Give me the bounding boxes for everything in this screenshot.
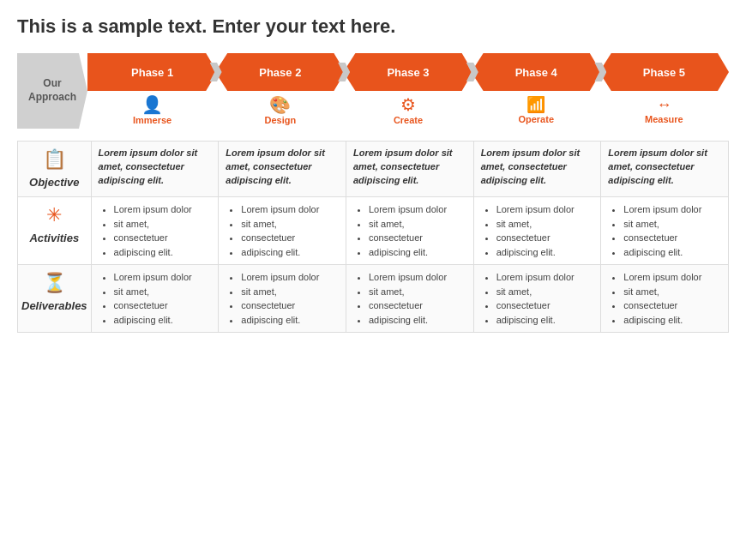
deliverables-cell-2: Lorem ipsum dolorsit amet,consectetuerad… xyxy=(219,265,346,333)
deliverables-icon: ⏳ xyxy=(21,272,87,294)
deliverables-cell-5: Lorem ipsum dolorsit amet,consectetuerad… xyxy=(601,265,729,333)
deliverables-cell-4: Lorem ipsum dolorsit amet,consectetuerad… xyxy=(473,265,601,333)
objective-cell-1: Lorem ipsum dolor sit amet, consectetuer… xyxy=(91,142,219,197)
objective-cell-4: Lorem ipsum dolor sit amet, consectetuer… xyxy=(473,142,601,197)
deliverables-label: Deliverables xyxy=(21,299,87,312)
activities-row: ✳ Activities Lorem ipsum dolorsit amet,c… xyxy=(18,197,729,265)
deliverables-header: ⏳ Deliverables xyxy=(18,265,92,333)
activities-header: ✳ Activities xyxy=(18,197,92,265)
activities-cell-2: Lorem ipsum dolorsit amet,consectetuerad… xyxy=(219,197,346,265)
activities-list-2: Lorem ipsum dolorsit amet,consectetuerad… xyxy=(226,202,339,259)
phase-2-sublabel: Design xyxy=(264,115,296,125)
deliverables-list-3: Lorem ipsum dolorsit amet,consectetuerad… xyxy=(353,270,466,327)
deliverables-cell-3: Lorem ipsum dolorsit amet,consectetuerad… xyxy=(346,265,473,333)
activities-label: Activities xyxy=(29,232,79,244)
approach-label: OurApproach xyxy=(17,53,87,129)
objective-row: 📋 Objective Lorem ipsum dolor sit amet, … xyxy=(18,142,729,197)
phase-5-sublabel: Measure xyxy=(645,114,683,124)
phase-3-sublabel: Create xyxy=(394,115,423,125)
deliverables-list-5: Lorem ipsum dolorsit amet,consectetuerad… xyxy=(608,270,721,327)
objective-cell-2: Lorem ipsum dolor sit amet, consectetuer… xyxy=(219,142,346,197)
objective-cell-5: Lorem ipsum dolor sit amet, consectetuer… xyxy=(601,142,729,197)
phase-5: Phase 5 ↔ Measure xyxy=(599,53,729,129)
phase-4-icon: 📶 xyxy=(526,95,545,114)
phase-4: Phase 4 📶 Operate xyxy=(472,53,601,129)
activities-list-1: Lorem ipsum dolorsit amet,consectetuerad… xyxy=(99,202,212,259)
content-table: 📋 Objective Lorem ipsum dolor sit amet, … xyxy=(17,141,729,333)
activities-cell-1: Lorem ipsum dolorsit amet,consectetuerad… xyxy=(91,197,219,265)
phase-3: Phase 3 ⚙ Create xyxy=(343,53,472,129)
phase-4-sublabel: Operate xyxy=(518,114,554,124)
deliverables-row: ⏳ Deliverables Lorem ipsum dolorsit amet… xyxy=(18,265,729,333)
deliverables-cell-1: Lorem ipsum dolorsit amet,consectetuerad… xyxy=(91,265,219,333)
objective-cell-3: Lorem ipsum dolor sit amet, consectetuer… xyxy=(346,142,473,197)
activities-cell-4: Lorem ipsum dolorsit amet,consectetuerad… xyxy=(473,197,601,265)
phase-1-icon: 👤 xyxy=(141,94,163,115)
deliverables-list-1: Lorem ipsum dolorsit amet,consectetuerad… xyxy=(99,270,212,327)
activities-icon: ✳ xyxy=(21,204,87,226)
phase-5-icon: ↔ xyxy=(656,96,671,114)
objective-icon: 📋 xyxy=(21,148,87,171)
activities-cell-3: Lorem ipsum dolorsit amet,consectetuerad… xyxy=(346,197,473,265)
activities-cell-5: Lorem ipsum dolorsit amet,consectetuerad… xyxy=(601,197,729,265)
phase-1-sublabel: Immerse xyxy=(133,115,171,125)
phase-2-icon: 🎨 xyxy=(269,94,291,115)
objective-header: 📋 Objective xyxy=(18,142,92,197)
phase-2: Phase 2 🎨 Design xyxy=(215,53,345,129)
objective-label: Objective xyxy=(29,176,80,189)
activities-list-5: Lorem ipsum dolorsit amet,consectetuerad… xyxy=(608,202,721,259)
page-title: This is a sample text. Enter your text h… xyxy=(17,15,729,38)
activities-list-3: Lorem ipsum dolorsit amet,consectetuerad… xyxy=(353,202,466,259)
phase-3-icon: ⚙ xyxy=(400,94,416,115)
phase-1: Phase 1 👤 Immerse xyxy=(87,53,217,129)
deliverables-list-4: Lorem ipsum dolorsit amet,consectetuerad… xyxy=(481,270,594,327)
activities-list-4: Lorem ipsum dolorsit amet,consectetuerad… xyxy=(481,202,594,259)
deliverables-list-2: Lorem ipsum dolorsit amet,consectetuerad… xyxy=(226,270,339,327)
